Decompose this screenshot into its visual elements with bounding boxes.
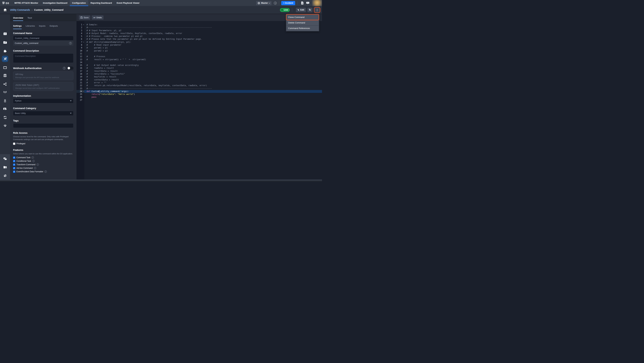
save-button[interactable]: Save — [79, 15, 90, 19]
code-line[interactable]: 14 — [76, 61, 322, 64]
code-line[interactable]: 7▼# def UtilityCommandSample2(p1, p2): — [76, 41, 322, 43]
code-line[interactable]: 16# rawData = result — [76, 67, 322, 69]
line-number[interactable]: 21 — [76, 81, 84, 84]
code-line[interactable]: 11 — [76, 52, 322, 55]
info-icon[interactable]: i — [32, 156, 34, 159]
feature-row[interactable]: ✓Ad-hoc Commandi — [13, 167, 74, 169]
jwt-card[interactable]: JSON Web Token (JWT) Manage secret keys … — [13, 82, 74, 91]
line-number[interactable]: 24▼ — [76, 90, 84, 93]
sidebar-item-panel[interactable] — [2, 64, 8, 71]
code-line[interactable]: 2#--------------------------------------… — [76, 26, 322, 29]
code-line[interactable]: 1▼# Sample: — [76, 23, 322, 26]
code-line[interactable]: 20# contextData = result — [76, 78, 322, 81]
code-area[interactable]: 1▼# Sample:2#---------------------------… — [76, 21, 322, 179]
line-number[interactable]: 8 — [76, 43, 84, 46]
code-line[interactable]: 21# error = "" — [76, 81, 322, 84]
line-number[interactable]: 15 — [76, 64, 84, 67]
nav-item-event-playbook-viewer[interactable]: Event Playbook Viewer — [114, 0, 142, 6]
code-line[interactable]: 22# return pb.returnOutputModel(resultDa… — [76, 84, 322, 87]
code-line[interactable]: 12# # Process — [76, 55, 322, 58]
code-line[interactable]: 23#-------------------------------------… — [76, 87, 322, 90]
line-number[interactable]: 9 — [76, 46, 84, 49]
edit-button[interactable]: ✎ Edit — [296, 8, 306, 12]
line-number[interactable]: 3 — [76, 29, 84, 32]
info-icon[interactable]: i — [44, 170, 47, 173]
code-line[interactable]: 8# # Read input parameter — [76, 43, 322, 46]
tab-test[interactable]: Test — [28, 16, 32, 21]
sidebar-item-calendar-play[interactable] — [2, 30, 8, 37]
line-number[interactable]: 19 — [76, 75, 84, 78]
sidebar-item-web-services[interactable] — [2, 97, 8, 104]
privileged-checkbox[interactable] — [13, 143, 15, 145]
line-number[interactable]: 2 — [76, 26, 84, 29]
sidebar-item-sync[interactable] — [2, 114, 8, 121]
feature-checkbox[interactable]: ✓ — [13, 164, 15, 166]
sidebar-item-settings[interactable] — [2, 172, 8, 179]
line-number[interactable]: 6 — [76, 38, 84, 40]
line-number[interactable]: 25 — [76, 93, 84, 96]
line-number[interactable]: 16 — [76, 67, 84, 69]
line-number[interactable]: 11 — [76, 52, 84, 55]
code-line[interactable]: 15# # Set Output model value accordingly — [76, 64, 322, 67]
sidebar-item-integrations[interactable] — [2, 47, 8, 54]
fold-arrow-icon[interactable]: ▼ — [83, 90, 84, 93]
line-number[interactable]: 4 — [76, 32, 84, 35]
code-line[interactable]: 9# param1 = p1 — [76, 46, 322, 49]
nav-item-reporting-dashboard[interactable]: Reporting Dashboard — [88, 0, 114, 6]
info-icon[interactable]: i — [32, 160, 35, 162]
menu-item-clone-command[interactable]: Clone Command — [286, 14, 319, 20]
sidebar-item-fingerprint[interactable] — [2, 122, 8, 129]
feature-row[interactable]: ✓Command Taski — [13, 156, 74, 159]
code-line[interactable]: 18# returnData = "Successful" — [76, 72, 322, 75]
menu-item-command-references[interactable]: Command References — [286, 26, 319, 31]
undo-button[interactable]: ↩ Undo — [92, 15, 104, 19]
line-number[interactable]: 7▼ — [76, 41, 84, 43]
line-number[interactable]: 20 — [76, 78, 84, 81]
sidebar-item-windows[interactable] — [2, 156, 8, 162]
nav-item-mitre-attck-monitor[interactable]: MITRE ATT&CK Monitor — [12, 0, 40, 6]
subtab-settings[interactable]: Settings — [13, 25, 22, 29]
line-number[interactable]: 27 — [76, 99, 84, 102]
line-number[interactable]: 26 — [76, 96, 84, 98]
breadcrumb-section-link[interactable]: Utility Commands — [10, 8, 30, 11]
feature-checkbox[interactable]: ✓ — [13, 167, 15, 169]
feature-row[interactable]: ✓Transform Commandi — [13, 163, 74, 166]
code-line[interactable]: 5# # Process: combine two parameter p1 a… — [76, 35, 322, 38]
api-key-card[interactable]: API Key Manage and generate the API keys… — [13, 71, 74, 80]
horizontal-scrollbar[interactable] — [0, 179, 322, 181]
line-number[interactable]: 12 — [76, 55, 84, 58]
line-number[interactable]: 18 — [76, 72, 84, 75]
line-number[interactable]: 13 — [76, 58, 84, 61]
webhook-auth-toggle[interactable] — [67, 66, 74, 70]
more-options-button[interactable]: ⋮ — [314, 8, 320, 12]
line-number[interactable]: 10 — [76, 49, 84, 52]
tab-overview[interactable]: Overview — [13, 16, 23, 21]
menu-item-delete-command[interactable]: Delete Command — [286, 20, 319, 25]
feature-row[interactable]: ✓Conditional Taski — [13, 160, 74, 162]
home-icon[interactable] — [0, 8, 10, 11]
code-line[interactable]: 10# param2 = p2 — [76, 49, 322, 52]
sidebar-item-connections[interactable] — [2, 81, 8, 87]
info-icon[interactable]: i — [274, 2, 277, 4]
sidebar-item-playbook-video[interactable] — [2, 39, 8, 45]
sidebar-item-utility-commands[interactable] — [2, 56, 8, 62]
line-number[interactable]: 1▼ — [76, 23, 84, 26]
code-line[interactable]: 27 — [76, 99, 322, 102]
new-incident-button[interactable]: + Incident — [281, 1, 295, 5]
info-icon[interactable]: i — [36, 163, 39, 166]
code-line[interactable]: 25 return("returnData": "Hello world") — [76, 93, 322, 96]
line-number[interactable]: 23 — [76, 87, 84, 90]
workspace-selector[interactable]: Master — [256, 1, 272, 5]
nav-item-investigation-dashboard[interactable]: Investigation Dashboard — [40, 0, 70, 6]
line-number[interactable]: 14 — [76, 61, 84, 64]
code-line-highlighted[interactable]: 24▼def Custom_utility_command(*args): — [76, 90, 322, 93]
code-line[interactable]: 19# keyfields = result — [76, 75, 322, 78]
line-number[interactable]: 5 — [76, 35, 84, 38]
sidebar-item-event-formatter[interactable] — [2, 106, 8, 112]
code-line[interactable]: 3# # Input Parameters: p1, p2 — [76, 29, 322, 32]
chat-icon[interactable] — [306, 2, 309, 4]
subtab-libraries[interactable]: Libraries — [26, 25, 35, 29]
code-line[interactable]: 17# resultData = result — [76, 70, 322, 72]
command-description-textarea[interactable]: Command Description — [13, 53, 74, 63]
sidebar-item-data-management[interactable] — [2, 72, 8, 79]
